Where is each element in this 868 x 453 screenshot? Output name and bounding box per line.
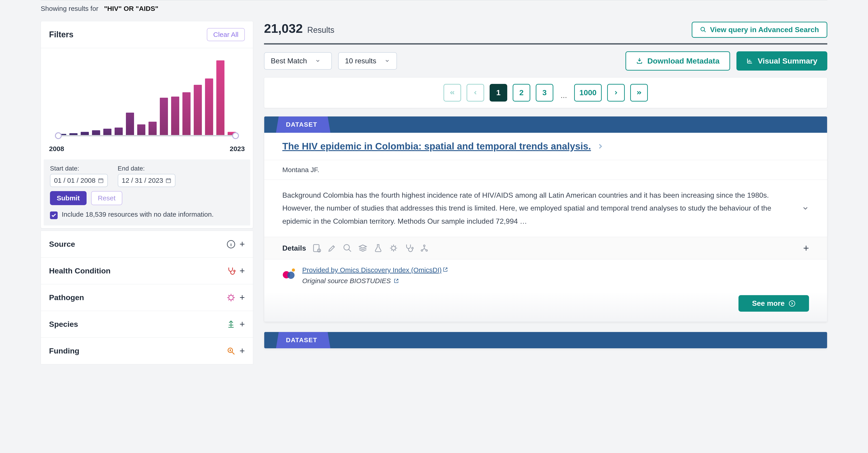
result-count-label: Results xyxy=(307,25,334,35)
reset-button[interactable]: Reset xyxy=(91,191,122,205)
expand-icon: + xyxy=(240,266,245,276)
filter-section-label: Health Condition xyxy=(49,266,226,275)
filter-section-label: Species xyxy=(49,320,226,329)
sort-value: Best Match xyxy=(271,57,307,65)
histogram-bar xyxy=(103,129,112,135)
histogram-bar xyxy=(160,98,168,135)
svg-rect-7 xyxy=(313,245,319,252)
result-abstract-toggle[interactable]: Background Colombia has the fourth highe… xyxy=(264,180,827,237)
provided-by-link[interactable]: Provided by Omics Discovery Index (Omics… xyxy=(302,266,442,274)
chevron-down-icon xyxy=(384,58,390,64)
svg-point-15 xyxy=(789,301,795,306)
search-query: "HIV" OR "AIDS" xyxy=(102,5,158,12)
search-detail-icon xyxy=(343,243,352,253)
range-handle-end[interactable] xyxy=(232,132,239,139)
result-title-link[interactable]: The HIV epidemic in Colombia: spatial an… xyxy=(282,141,591,152)
filter-section-pathogen[interactable]: Pathogen + xyxy=(41,284,253,311)
download-metadata-button[interactable]: Download Metadata xyxy=(625,51,730,70)
original-source-label: Original source BIOSTUDIES xyxy=(302,277,391,285)
download-icon xyxy=(636,57,643,64)
histogram-bar xyxy=(216,60,224,135)
date-histogram xyxy=(41,48,253,143)
view-advanced-search-label: View query in Advanced Search xyxy=(710,26,819,34)
pagination: 1 2 3 ... 1000 xyxy=(264,77,827,108)
expand-icon: + xyxy=(240,239,245,249)
end-date-value: 12 / 31 / 2023 xyxy=(122,177,163,184)
svg-point-12 xyxy=(423,245,425,246)
page-end-button[interactable] xyxy=(630,84,648,101)
svg-point-6 xyxy=(701,27,705,31)
filter-section-label: Pathogen xyxy=(49,293,226,302)
result-abstract-text: Background Colombia has the fourth highe… xyxy=(282,189,793,228)
histogram-bar xyxy=(171,97,179,135)
filter-section-funding[interactable]: Funding + xyxy=(41,338,253,364)
external-link-icon xyxy=(394,278,399,283)
histogram-bar xyxy=(137,124,145,135)
funding-icon xyxy=(226,346,236,356)
filter-section-health-condition[interactable]: Health Condition + xyxy=(41,258,253,284)
page-last-button[interactable]: 1000 xyxy=(574,84,602,101)
visual-summary-label: Visual Summary xyxy=(758,57,817,65)
start-date-label: Start date: xyxy=(50,165,108,172)
result-details-toggle[interactable]: Details + xyxy=(264,237,827,260)
see-more-button[interactable]: See more xyxy=(739,295,809,312)
svg-point-9 xyxy=(344,245,349,250)
svg-point-3 xyxy=(234,270,235,272)
page-first-button[interactable] xyxy=(443,84,461,101)
page-1-button[interactable]: 1 xyxy=(490,84,507,101)
svg-point-10 xyxy=(392,246,396,250)
download-metadata-label: Download Metadata xyxy=(647,57,719,65)
stethoscope-icon xyxy=(226,266,236,275)
page-size-select[interactable]: 10 results xyxy=(338,52,397,70)
svg-point-4 xyxy=(229,295,233,300)
page-ellipsis: ... xyxy=(559,84,569,101)
expand-icon: + xyxy=(240,293,245,303)
page-size-value: 10 results xyxy=(345,57,376,65)
filter-section-species[interactable]: Species + xyxy=(41,311,253,338)
submit-button[interactable]: Submit xyxy=(50,191,87,205)
result-type-badge: DATASET xyxy=(276,117,331,133)
view-advanced-search-button[interactable]: View query in Advanced Search xyxy=(692,22,827,38)
info-icon[interactable] xyxy=(226,240,236,249)
histogram-bar xyxy=(149,122,157,135)
result-card: DATASET xyxy=(264,332,827,349)
arrow-right-circle-icon xyxy=(789,300,796,307)
details-label: Details xyxy=(282,244,306,252)
filter-section-label: Source xyxy=(49,240,226,248)
stethoscope-detail-icon xyxy=(404,243,414,253)
edit-icon xyxy=(327,243,337,253)
histogram-bar xyxy=(115,127,123,135)
year-end-label: 2023 xyxy=(230,145,245,153)
start-date-value: 01 / 01 / 2008 xyxy=(54,177,96,184)
start-date-input[interactable]: 01 / 01 / 2008 xyxy=(50,174,108,187)
species-icon xyxy=(226,320,236,329)
page-prev-button[interactable] xyxy=(467,84,484,101)
result-type-badge: DATASET xyxy=(276,332,331,348)
page-3-button[interactable]: 3 xyxy=(536,84,553,101)
filters-sidebar: Filters Clear All 2008 2023 xyxy=(41,21,253,364)
svg-rect-1 xyxy=(166,179,170,182)
range-handle-start[interactable] xyxy=(55,132,62,139)
visual-summary-button[interactable]: Visual Summary xyxy=(737,51,827,70)
histogram-bar xyxy=(81,132,89,135)
histogram-bar xyxy=(126,113,134,135)
network-icon xyxy=(420,243,429,253)
expand-icon: + xyxy=(240,346,245,356)
sort-select[interactable]: Best Match xyxy=(264,52,332,70)
page-next-button[interactable] xyxy=(607,84,625,101)
filter-section-label: Funding xyxy=(49,346,226,355)
showing-prefix: Showing results for xyxy=(41,5,98,12)
include-no-date-checkbox[interactable] xyxy=(50,211,58,219)
histogram-bar xyxy=(205,79,213,135)
clear-all-button[interactable]: Clear All xyxy=(207,28,245,41)
histogram-track xyxy=(58,135,236,137)
end-date-input[interactable]: 12 / 31 / 2023 xyxy=(118,174,176,187)
page-2-button[interactable]: 2 xyxy=(513,84,530,101)
chevron-right-icon xyxy=(596,142,604,150)
filters-heading: Filters xyxy=(49,30,73,39)
histogram-bar xyxy=(92,130,100,135)
histogram-bar xyxy=(182,92,191,135)
end-date-label: End date: xyxy=(118,165,176,172)
source-icon xyxy=(312,243,321,253)
filter-section-source[interactable]: Source + xyxy=(41,231,253,258)
